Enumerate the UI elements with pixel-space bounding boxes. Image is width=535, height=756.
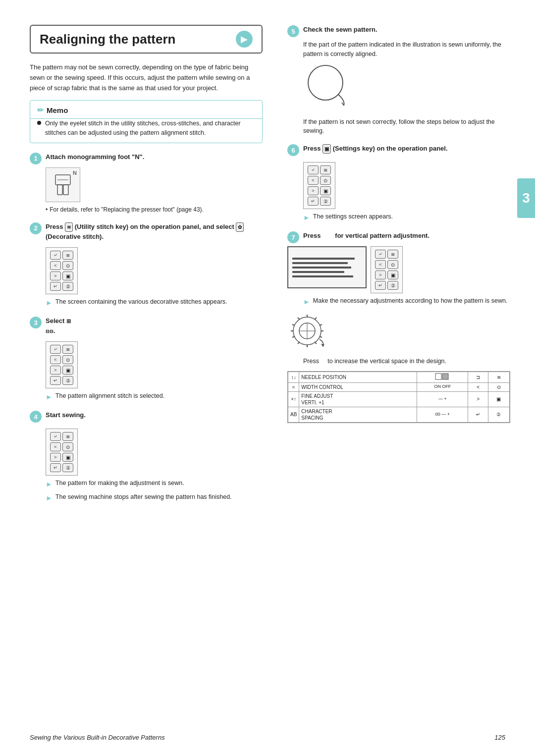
footer-italic: Sewing the Various Built-in Decorative P… <box>30 734 165 741</box>
step-2-title: Press ≋ (Utility stitch key) on the oper… <box>46 222 263 242</box>
step-7-number: 7 <box>287 231 299 243</box>
np-icon <box>435 373 450 380</box>
btn-settings: ▣ <box>62 271 73 280</box>
memo-box: ✏ Memo Only the eyelet stitch in the uti… <box>30 100 263 143</box>
panel-illustration-3: ⤶ ≋ < ⊙ > ▣ ↵ ② <box>46 341 78 388</box>
gear-illustration <box>287 312 510 352</box>
bobbin-svg <box>287 312 332 352</box>
step-5-number: 5 <box>287 25 299 37</box>
step-3: 3 Select ⊞⊟⊟. ⤶ ≋ < ⊙ > <box>30 316 263 402</box>
step-5-after: If the pattern is not sewn correctly, fo… <box>303 117 510 136</box>
step-6: 6 Press ▣ (Settings key) on the operatio… <box>287 144 510 223</box>
footer: Sewing the Various Built-in Decorative P… <box>30 734 505 741</box>
bottom-panel: ↕↓ NEEDLE POSITION ⊐ ≋ ≈ WIDTH CONTROL O… <box>287 371 510 423</box>
step-3-header: 3 Select ⊞⊟⊟. <box>30 316 263 335</box>
step-1: 1 Attach monogramming foot "N". N <box>30 152 263 214</box>
step-3-result: ► The pattern alignment stitch is select… <box>46 391 263 402</box>
btn-num: ② <box>62 282 73 291</box>
panel-illustration-6: ⤶ ≋ < ⊙ > ▣ ↵ ② <box>303 162 335 209</box>
step-7: 7 Press for vertical pattern adjustment. <box>287 231 510 423</box>
svg-rect-24 <box>442 374 448 379</box>
foot-illustration: N <box>46 167 80 202</box>
svg-rect-2 <box>63 185 68 195</box>
svg-marker-22 <box>321 344 324 347</box>
circle-illustration <box>303 62 353 111</box>
step-2-number: 2 <box>30 222 42 234</box>
step-2: 2 Press ≋ (Utility stitch key) on the op… <box>30 222 263 309</box>
step-4-result-1: ► The pattern for making the adjustment … <box>46 479 263 489</box>
panel-illustration-7: ⤶ ≋ < ⊙ > ▣ ↵ ② <box>371 246 403 293</box>
memo-title: ✏ Memo <box>37 106 255 115</box>
svg-line-13 <box>315 342 317 344</box>
step-6-header: 6 Press ▣ (Settings key) on the operatio… <box>287 144 510 156</box>
step-4: 4 Start sewing. ⤶ ≋ < ⊙ > <box>30 410 263 503</box>
svg-line-15 <box>298 342 300 344</box>
step-7-press-text: Press to increase the vertical space in … <box>303 357 510 366</box>
step-7-title: Press for vertical pattern adjustment. <box>303 231 510 241</box>
btn-enter: ↵ <box>50 282 61 291</box>
foot-label: N <box>73 170 77 176</box>
btn-right: > <box>50 271 61 280</box>
step-6-number: 6 <box>287 144 299 156</box>
table-row: ↕↓ NEEDLE POSITION ⊐ ≋ <box>288 372 510 382</box>
circle-svg <box>303 62 353 111</box>
step-6-title: Press ▣ (Settings key) on the operation … <box>303 144 510 154</box>
svg-point-4 <box>308 65 343 100</box>
table-row: +↑ FINE ADJUSTVERTI. +1 — + > ▣ <box>288 391 510 407</box>
title-box: Realigning the pattern ▶ <box>30 25 263 54</box>
step-6-result: ► The settings screen appears. <box>303 212 510 223</box>
step-5-body: If the part of the pattern indicated in … <box>303 40 510 59</box>
step-5-title: Check the sewn pattern. <box>303 25 510 35</box>
step-7-header: 7 Press for vertical pattern adjustment. <box>287 231 510 243</box>
step-1-title: Attach monogramming foot "N". <box>46 152 263 162</box>
panel-illustration-2: ⤶ ≋ < ⊙ > ▣ ↵ ② <box>46 247 78 294</box>
table-row: AB CHARACTERSPACING 00 — + ↵ ② <box>288 407 510 422</box>
step-1-header: 1 Attach monogramming foot "N". <box>30 152 263 164</box>
btn-back: ⤶ <box>50 251 61 260</box>
left-column: Realigning the pattern ▶ The pattern may… <box>30 25 263 731</box>
memo-bullet: Only the eyelet stitch in the utility st… <box>37 119 255 138</box>
step-5: 5 Check the sewn pattern. If the part of… <box>287 25 510 136</box>
step-4-result-2: ► The sewing machine stops after sewing … <box>46 492 263 503</box>
side-tab-number: 3 <box>517 178 535 218</box>
step-3-title: Select ⊞⊟⊟. <box>46 316 263 335</box>
foot-svg <box>51 172 75 197</box>
step-1-number: 1 <box>30 153 42 164</box>
page-title: Realigning the pattern <box>40 32 175 47</box>
bullet-dot <box>37 121 41 125</box>
panel-with-screen-7: ⤶ ≋ < ⊙ > ▣ ↵ ② <box>287 246 510 293</box>
table-row: ≈ WIDTH CONTROL ON OFF < ⊙ <box>288 382 510 391</box>
btn-circle: ⊙ <box>62 261 73 270</box>
step-1-subbullet: • For details, refer to "Replacing the p… <box>46 205 263 214</box>
svg-rect-23 <box>435 374 441 379</box>
step-4-title: Start sewing. <box>46 410 263 420</box>
right-column: 5 Check the sewn pattern. If the part of… <box>277 25 510 731</box>
step-5-header: 5 Check the sewn pattern. <box>287 25 510 37</box>
btn-utility: ≋ <box>62 251 73 260</box>
step-4-header: 4 Start sewing. <box>30 410 263 423</box>
step-2-header: 2 Press ≋ (Utility stitch key) on the op… <box>30 222 263 242</box>
intro-text: The pattern may not be sewn correctly, d… <box>30 62 263 93</box>
pencil-icon: ✏ <box>37 106 44 115</box>
footer-page: 125 <box>494 734 505 741</box>
btn-left: < <box>50 261 61 270</box>
svg-line-9 <box>315 318 317 320</box>
step-2-result: ► The screen containing the various deco… <box>46 297 263 308</box>
panel-illustration-4: ⤶ ≋ < ⊙ > ▣ ↵ ② <box>46 429 78 476</box>
svg-rect-1 <box>57 185 62 195</box>
page: 3 Realigning the pattern ▶ The pattern m… <box>0 0 535 756</box>
step-3-number: 3 <box>30 317 42 328</box>
step-4-number: 4 <box>30 411 42 423</box>
screen-box-7 <box>287 246 367 288</box>
step-7-result: ► Make the necessary adjustments accordi… <box>303 296 510 307</box>
svg-line-19 <box>298 318 300 320</box>
title-arrow-icon: ▶ <box>236 31 253 48</box>
